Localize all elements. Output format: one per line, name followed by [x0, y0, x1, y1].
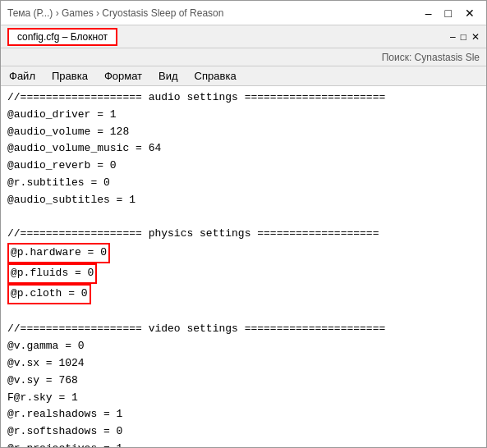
line-13	[7, 304, 480, 322]
minimize-button[interactable]: –	[420, 7, 437, 20]
line-21: @r.projectives = 1	[7, 441, 480, 447]
min-btn2[interactable]: –	[450, 31, 456, 43]
line-2: @audio_driver = 1	[7, 107, 480, 124]
text-editor-content[interactable]: //=================== audio settings ===…	[1, 86, 486, 447]
menu-bar: Файл Правка Формат Вид Справка	[1, 66, 486, 86]
line-16: @v.sx = 1024	[7, 355, 480, 373]
line-12: @p.cloth = 0	[7, 284, 480, 304]
hardware-setting: @p.hardware = 0	[7, 243, 110, 263]
title-bar: Тема (Р...) › Games › Cryostasis Sleep o…	[1, 1, 486, 25]
fluids-setting: @p.fluids = 0	[7, 263, 97, 284]
close-button[interactable]: ✕	[460, 7, 480, 20]
line-3: @audio_volume = 128	[7, 124, 480, 141]
line-4: @audio_volume_music = 64	[7, 140, 480, 158]
line-17: @v.sy = 768	[7, 373, 480, 390]
line-20: @r.softshadows = 0	[7, 423, 480, 441]
line-14: //=================== video settings ===…	[7, 321, 480, 338]
line-11: @p.fluids = 0	[7, 263, 480, 284]
line-6: @r.subtitles = 0	[7, 175, 480, 192]
line-19: @r.realshadows = 1	[7, 406, 480, 423]
window-controls-right: – □ ✕	[450, 31, 480, 43]
line-18: F@r.sky = 1	[7, 390, 480, 407]
menu-view[interactable]: Вид	[155, 70, 181, 82]
notepad-window: Тема (Р...) › Games › Cryostasis Sleep o…	[0, 0, 487, 448]
line-15: @v.gamma = 0	[7, 338, 480, 355]
cloth-setting: @p.cloth = 0	[7, 284, 91, 304]
line-7: @audio_subtitles = 1	[7, 192, 480, 209]
breadcrumb-path: Тема (Р...) › Games › Cryostasis Sleep o…	[7, 7, 223, 19]
menu-file[interactable]: Файл	[6, 70, 39, 82]
line-8	[7, 209, 480, 226]
line-9: //=================== physics settings =…	[7, 226, 480, 243]
title-bar-left: Тема (Р...) › Games › Cryostasis Sleep o…	[7, 7, 223, 19]
search-label: Поиск: Cynastasis Sle	[382, 52, 480, 63]
menu-edit[interactable]: Правка	[48, 70, 91, 82]
max-btn2[interactable]: □	[461, 31, 466, 43]
menu-help[interactable]: Справка	[191, 70, 240, 82]
maximize-button[interactable]: □	[440, 7, 457, 20]
line-10: @p.hardware = 0	[7, 243, 480, 263]
tab-label: config.cfg – Блокнот	[7, 28, 117, 46]
line-5: @audio_reverb = 0	[7, 158, 480, 175]
line-1: //=================== audio settings ===…	[7, 89, 480, 107]
window-controls[interactable]: – □ ✕	[420, 7, 480, 20]
menu-format[interactable]: Формат	[101, 70, 145, 82]
close-btn2[interactable]: ✕	[471, 31, 480, 43]
